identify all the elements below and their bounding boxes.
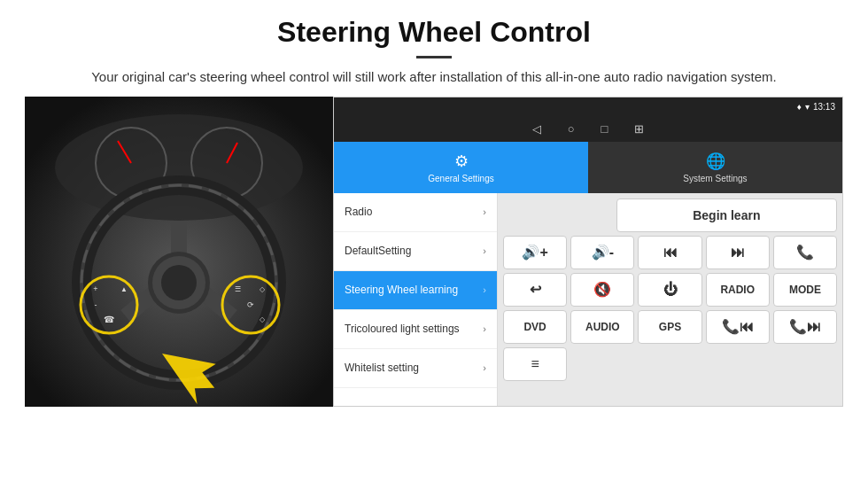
- svg-text:⟳: ⟳: [247, 300, 254, 309]
- phone-prev-icon: 📞⏮: [722, 318, 754, 335]
- svg-text:◇: ◇: [260, 315, 266, 323]
- tab-system[interactable]: 🌐 System Settings: [588, 142, 842, 193]
- controls-row-4: ≡: [503, 347, 837, 381]
- prev-track-icon: ⏮: [663, 245, 678, 261]
- chevron-right-icon: ›: [483, 362, 486, 373]
- svg-text:☎: ☎: [104, 315, 114, 324]
- title-divider: [416, 56, 452, 58]
- radio-label: RADIO: [720, 284, 755, 296]
- menu-item-steering[interactable]: Steering Wheel learning ›: [334, 271, 497, 310]
- wifi-icon: ▾: [805, 102, 810, 112]
- svg-text:+: +: [93, 284, 97, 293]
- menu-item-default[interactable]: DefaultSetting ›: [334, 232, 497, 271]
- page-header: Steering Wheel Control Your original car…: [0, 0, 868, 97]
- nav-recents-icon[interactable]: □: [601, 122, 608, 136]
- nav-back-icon[interactable]: ◁: [532, 122, 541, 136]
- next-track-icon: ⏭: [731, 245, 745, 261]
- gps-label: GPS: [659, 321, 681, 333]
- nav-apps-icon[interactable]: ⊞: [634, 122, 644, 136]
- menu-item-default-label: DefaultSetting: [345, 245, 411, 257]
- buttons-panel: Begin learn 🔊+ 🔊- ⏮ ⏭: [498, 193, 842, 406]
- phone-next-icon: 📞⏭: [789, 318, 821, 335]
- power-icon: ⏻: [663, 282, 678, 298]
- audio-button[interactable]: AUDIO: [570, 310, 634, 344]
- chevron-right-icon: ›: [483, 284, 486, 295]
- mute-button[interactable]: 🔇: [570, 273, 634, 307]
- android-navbar: ◁ ○ □ ⊞: [334, 117, 842, 142]
- vol-up-button[interactable]: 🔊+: [503, 236, 567, 269]
- system-settings-icon: 🌐: [706, 152, 725, 171]
- page-title: Steering Wheel Control: [35, 16, 833, 49]
- dvd-label: DVD: [523, 321, 546, 333]
- phone-next-button[interactable]: 📞⏭: [773, 310, 837, 344]
- dvd-button[interactable]: DVD: [503, 310, 567, 344]
- mode-label: MODE: [789, 284, 821, 296]
- tab-system-label: System Settings: [683, 174, 747, 183]
- chevron-right-icon: ›: [483, 323, 486, 334]
- menu-item-steering-label: Steering Wheel learning: [345, 284, 458, 296]
- status-time: 13:13: [813, 102, 835, 112]
- steering-panel: + ▲ - ☎ ☰ ◇ ⟳ ◇: [25, 97, 333, 407]
- gps-button[interactable]: GPS: [638, 310, 701, 344]
- svg-text:-: -: [95, 300, 97, 309]
- power-button[interactable]: ⏻: [638, 273, 701, 307]
- begin-learn-button[interactable]: Begin learn: [616, 198, 837, 232]
- page-subtitle: Your original car's steering wheel contr…: [35, 67, 833, 88]
- begin-learn-label: Begin learn: [693, 208, 760, 222]
- phone-icon: 📞: [796, 244, 814, 261]
- empty-spacer: [503, 198, 613, 232]
- controls-row-2: ↩ 🔇 ⏻ RADIO MODE: [503, 273, 837, 307]
- tabs-row: ⚙ General Settings 🌐 System Settings: [334, 142, 842, 193]
- vol-down-icon: 🔊-: [592, 244, 614, 261]
- content-area: + ▲ - ☎ ☰ ◇ ⟳ ◇ ♦ ▾ 13:13 ◁: [25, 97, 843, 407]
- general-settings-icon: ⚙: [454, 152, 469, 171]
- vol-down-button[interactable]: 🔊-: [570, 236, 634, 269]
- phone-button[interactable]: 📞: [773, 236, 837, 269]
- android-statusbar: ♦ ▾ 13:13: [334, 97, 842, 117]
- location-icon: ♦: [797, 102, 802, 112]
- tab-general-label: General Settings: [428, 174, 494, 183]
- list-button[interactable]: ≡: [503, 347, 567, 381]
- menu-item-whitelist-label: Whitelist setting: [345, 362, 419, 374]
- controls-row-3: DVD AUDIO GPS 📞⏮ 📞⏭: [503, 310, 837, 344]
- device-panel: ♦ ▾ 13:13 ◁ ○ □ ⊞ ⚙ General Settings 🌐 S…: [333, 97, 843, 407]
- menu-item-whitelist[interactable]: Whitelist setting ›: [334, 349, 497, 388]
- back-icon: ↩: [530, 281, 541, 298]
- tab-general[interactable]: ⚙ General Settings: [334, 142, 588, 193]
- menu-item-tricoloured[interactable]: Tricoloured light settings ›: [334, 310, 497, 349]
- svg-text:◇: ◇: [260, 285, 266, 293]
- svg-text:▲: ▲: [120, 285, 128, 293]
- phone-prev-button[interactable]: 📞⏮: [706, 310, 770, 344]
- chevron-right-icon: ›: [483, 245, 486, 256]
- menu-list: Radio › DefaultSetting › Steering Wheel …: [334, 193, 498, 406]
- controls-row-1: 🔊+ 🔊- ⏮ ⏭ 📞: [503, 236, 837, 269]
- next-track-button[interactable]: ⏭: [706, 236, 770, 269]
- prev-track-button[interactable]: ⏮: [638, 236, 701, 269]
- menu-item-tricoloured-label: Tricoloured light settings: [345, 323, 460, 335]
- svg-text:☰: ☰: [235, 285, 241, 293]
- menu-item-radio-label: Radio: [345, 206, 372, 218]
- audio-label: AUDIO: [585, 321, 620, 333]
- menu-item-radio[interactable]: Radio ›: [334, 193, 497, 232]
- main-content: Radio › DefaultSetting › Steering Wheel …: [334, 193, 842, 406]
- list-icon: ≡: [531, 356, 539, 372]
- mute-icon: 🔇: [593, 281, 611, 298]
- radio-button[interactable]: RADIO: [706, 273, 770, 307]
- begin-learn-row: Begin learn: [503, 198, 837, 232]
- vol-up-icon: 🔊+: [522, 244, 547, 261]
- back-button[interactable]: ↩: [503, 273, 567, 307]
- mode-button[interactable]: MODE: [773, 273, 837, 307]
- svg-point-1: [55, 114, 303, 221]
- svg-point-14: [161, 265, 197, 300]
- chevron-right-icon: ›: [483, 206, 486, 217]
- nav-home-icon[interactable]: ○: [568, 122, 575, 136]
